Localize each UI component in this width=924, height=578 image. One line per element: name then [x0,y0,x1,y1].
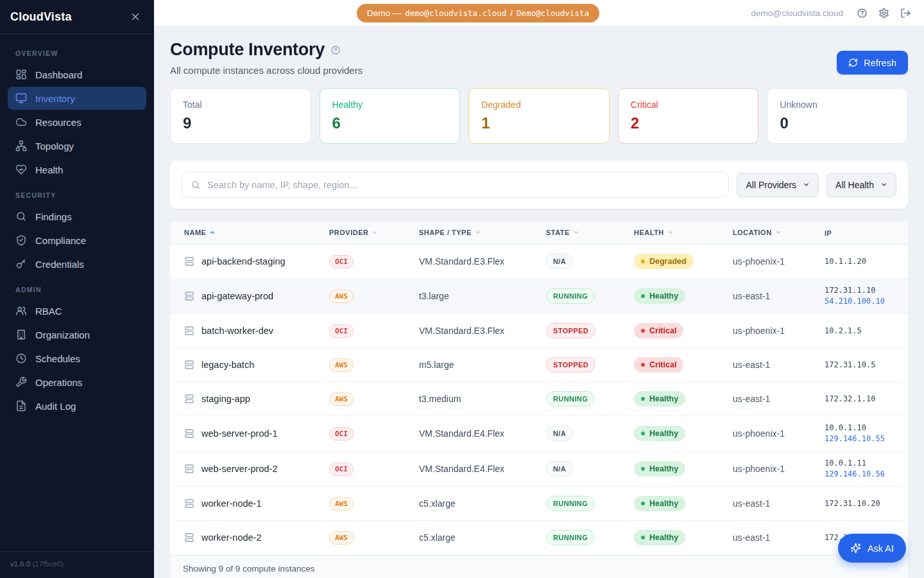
table-row[interactable]: api-backend-stagingOCIVM.Standard.E3.Fle… [170,245,908,279]
title-help-icon[interactable] [330,45,341,55]
server-icon [184,498,194,509]
provider-filter-select[interactable]: All Providers [737,173,819,197]
provider-badge: AWS [329,497,354,511]
shape-type: m5.large [419,360,454,370]
server-icon [184,326,194,336]
instances-table-card: NAMEPROVIDERSHAPE / TYPESTATEHEALTHLOCAT… [170,221,908,578]
demo-email: demo@cloudvista.cloud [405,8,506,18]
state-badge: N/A [546,426,573,441]
table-row[interactable]: staging-appAWSt3.mediumRUNNINGHealthyus-… [170,382,908,416]
sidebar-item-schedules[interactable]: Schedules [8,347,146,370]
private-ip: 172.31.1.10 [825,285,908,296]
table-row[interactable]: batch-worker-devOCIVM.Standard.E3.FlexST… [170,314,908,348]
instance-name-cell: worker-node-1 [170,498,329,509]
sidebar-item-rbac[interactable]: RBAC [8,299,146,322]
private-ip: 10.2.1.5 [825,326,908,337]
state-badge: RUNNING [546,530,595,545]
demo-label: Demo — [367,8,401,18]
sidebar-item-resources[interactable]: Resources [8,110,146,134]
table-row[interactable]: legacy-batchAWSm5.largeSTOPPEDCriticalus… [170,348,908,382]
private-ip: 172.31.10.20 [825,498,908,509]
health-label: Degraded [649,257,687,266]
help-icon[interactable] [857,8,868,19]
health-label: Healthy [649,464,678,473]
operations-icon [15,376,27,388]
shape-type: t3.medium [419,394,461,404]
table-row[interactable]: worker-node-2AWSc5.xlargeRUNNINGHealthyu… [170,521,908,555]
instance-name-cell: batch-worker-dev [170,326,329,336]
table-row[interactable]: api-gateway-prodAWSt3.largeRUNNINGHealth… [170,279,908,314]
sidebar-item-topology[interactable]: Topology [8,134,146,157]
sidebar-item-inventory[interactable]: Inventory [8,87,146,110]
table-row[interactable]: web-server-prod-1OCIVM.Standard.E4.FlexN… [170,416,908,451]
table-footer: Showing 9 of 9 compute instances [170,555,908,578]
location: us-east-1 [733,360,770,370]
instance-name-cell: web-server-prod-2 [170,464,329,474]
public-ip-link[interactable]: 129.146.10.56 [825,469,908,480]
sidebar-section-label: SECURITY [15,191,139,199]
provider-badge: AWS [329,392,354,406]
shape-type: c5.xlarge [419,532,456,543]
sidebar-item-compliance[interactable]: Compliance [8,229,146,252]
sparkles-icon [850,543,861,554]
sidebar-nav: OVERVIEWDashboardInventoryResourcesTopol… [0,34,154,551]
instance-name: worker-node-1 [201,498,262,509]
health-badge: Healthy [634,288,685,304]
shape-type: VM.Standard.E3.Flex [419,326,504,336]
topology-icon [15,140,27,152]
sidebar-item-organization[interactable]: Organization [8,323,146,346]
table-row[interactable]: worker-node-1AWSc5.xlargeRUNNINGHealthyu… [170,487,908,521]
sidebar-item-operations[interactable]: Operations [8,371,146,394]
refresh-button[interactable]: Refresh [837,51,908,74]
state-badge: RUNNING [546,288,595,304]
private-ip: 172.31.10.5 [825,360,908,371]
health-badge: Healthy [634,426,685,441]
health-dot-icon [641,536,645,539]
column-header-health[interactable]: HEALTH [634,221,733,245]
ip-cell: 10.0.1.10129.146.10.55 [825,423,908,444]
refresh-label: Refresh [864,58,896,68]
health-dot-icon [641,502,645,505]
location: us-phoenix-1 [733,464,785,474]
state-badge: STOPPED [546,323,595,338]
health-icon [15,164,27,175]
provider-badge: AWS [329,358,354,372]
column-header-shape-type[interactable]: SHAPE / TYPE [419,221,546,245]
instance-name: worker-node-2 [201,532,262,543]
health-filter-select[interactable]: All Health [826,173,896,197]
sidebar-item-credentials[interactable]: Credentials [8,252,146,276]
private-ip: 10.0.1.11 [825,458,908,469]
sidebar-item-label: Topology [35,141,74,152]
health-label: Healthy [649,429,678,438]
health-badge: Degraded [634,254,694,269]
table-row[interactable]: web-server-prod-2OCIVM.Standard.E4.FlexN… [170,451,908,487]
resources-icon [15,116,27,128]
account-email: demo@cloudvista.cloud [751,8,843,18]
sidebar-item-audit-log[interactable]: Audit Log [8,394,146,417]
column-header-name[interactable]: NAME [170,221,329,245]
sidebar-item-health[interactable]: Health [8,158,146,181]
sidebar-item-findings[interactable]: Findings [8,205,146,228]
server-icon [184,291,194,301]
close-icon[interactable] [127,8,144,25]
sidebar-item-dashboard[interactable]: Dashboard [8,63,146,86]
search-input[interactable] [207,180,720,190]
health-dot-icon [641,363,645,367]
gear-icon[interactable] [878,8,889,19]
health-filter-value: All Health [835,180,874,190]
audit-log-icon [15,400,27,412]
logout-icon[interactable] [900,8,911,19]
public-ip-link[interactable]: 54.210.100.10 [825,296,908,307]
sidebar: CloudVista OVERVIEWDashboardInventoryRes… [0,0,154,578]
column-header-location[interactable]: LOCATION [733,221,825,245]
column-header-provider[interactable]: PROVIDER [329,221,419,245]
instance-name-cell: staging-app [170,394,329,404]
state-badge: STOPPED [546,357,595,372]
app-logo: CloudVista [10,10,72,24]
main-content: Compute Inventory All compute instances … [154,26,924,578]
public-ip-link[interactable]: 129.146.10.55 [825,434,908,444]
page-subtitle: All compute instances across cloud provi… [170,65,363,76]
stat-value: 6 [332,114,448,132]
ask-ai-button[interactable]: Ask AI [838,534,906,563]
column-header-state[interactable]: STATE [546,221,634,245]
